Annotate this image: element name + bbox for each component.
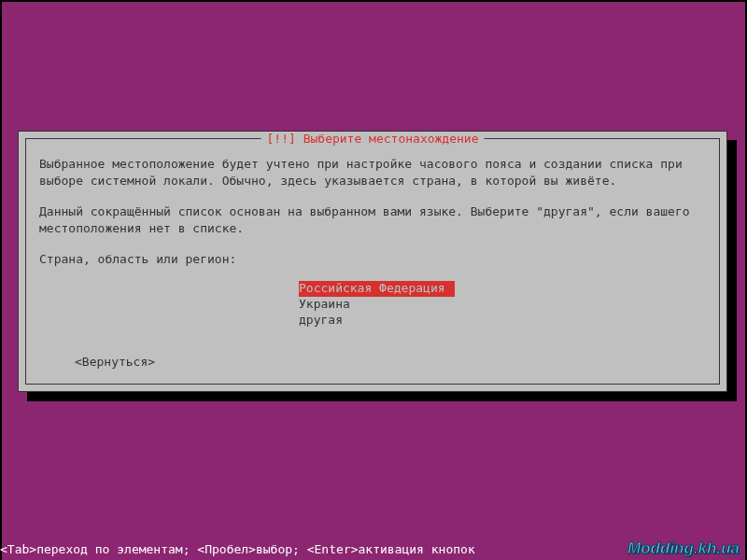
dialog-paragraph-2: Данный сокращённый список основан на выб… [39,203,706,236]
dialog-body: Выбранное местоположение будет учтено пр… [26,139,719,382]
dialog-paragraph-1: Выбранное местоположение будет учтено пр… [39,156,706,189]
location-option-ukraine[interactable]: Украина [299,297,350,313]
watermark: Modding.kh.ua [627,539,740,558]
dialog-prompt-label: Страна, область или регион: [39,251,706,268]
footer-key-hints: <Tab>переход по элементам; <Пробел>выбор… [0,542,475,556]
dialog-title-wrap: [!!] Выберите местонахождение [261,132,485,146]
screen-left-border [0,0,2,560]
dialog-inner-border: [!!] Выберите местонахождение Выбранное … [25,138,720,385]
location-option-russia[interactable]: Российская Федерация [299,281,455,297]
location-dialog: [!!] Выберите местонахождение Выбранное … [18,131,727,392]
screen-top-border [0,0,747,2]
location-option-list: Российская Федерация Украина другая [299,281,706,329]
dialog-title: Выберите местонахождение [303,132,479,146]
back-button[interactable]: <Вернуться> [75,354,706,371]
location-option-other[interactable]: другая [299,313,343,329]
dialog-title-prefix: [!!] [267,132,296,146]
